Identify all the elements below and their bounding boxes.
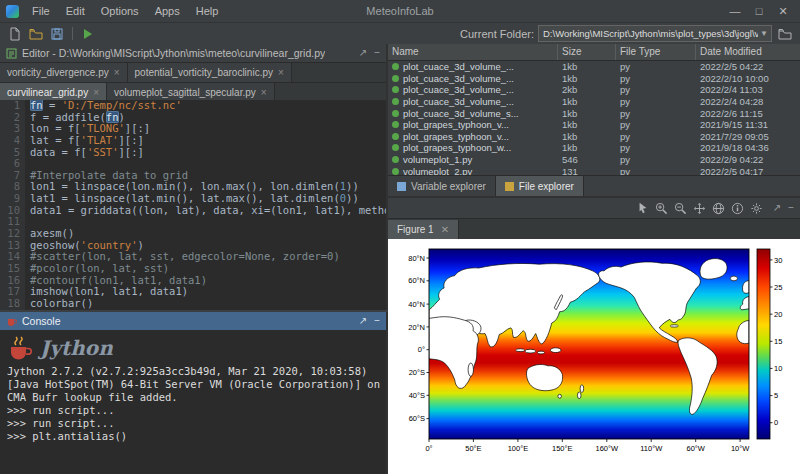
file-type: py — [616, 61, 696, 72]
open-file-icon[interactable] — [27, 25, 45, 43]
svg-text:0°: 0° — [425, 444, 432, 453]
world-sst-map — [429, 249, 749, 439]
figures-panel: ↗ − Figure 1 ✕ — [388, 196, 800, 474]
close-tab-icon[interactable]: × — [114, 67, 120, 78]
console-output[interactable]: Jython Jython 2.7.2 (v2.7.2:925a3cc3b49d… — [0, 330, 386, 474]
maximize-window-icon[interactable]: □ — [748, 0, 770, 22]
close-tab-icon[interactable]: × — [261, 87, 267, 98]
column-header-file-type[interactable]: File Type — [616, 44, 696, 60]
file-size: 2kb — [558, 84, 616, 95]
line-number: 7 — [0, 170, 25, 182]
identify-info-icon[interactable] — [731, 202, 744, 215]
menu-edit[interactable]: Edit — [58, 0, 93, 22]
file-size: 1kb — [558, 108, 616, 119]
file-name: plot_cuace_3d_volume_... — [388, 73, 558, 84]
close-tab-icon[interactable]: × — [93, 87, 99, 98]
file-name: plot_grapes_typhoon_v... — [388, 131, 558, 142]
figure-tab[interactable]: Figure 1 ✕ — [388, 220, 459, 239]
file-row[interactable]: plot_cuace_3d_volume_...1kbpy2022/2/4 04… — [388, 96, 800, 108]
code-editor[interactable]: 1fn = 'D:/Temp/nc/sst.nc'2f = addfile(fn… — [0, 100, 386, 310]
console-panel: Console ↗ − Jython Jython 2.7.2 (v2.7.2:… — [0, 312, 388, 474]
float-panel-icon[interactable]: ↗ — [359, 48, 367, 58]
column-header-date-modified[interactable]: Date Modified — [696, 44, 800, 60]
file-date: 2022/2/6 11:15 — [696, 108, 800, 119]
svg-text:60°N: 60°N — [408, 276, 425, 285]
close-figure-icon[interactable]: ✕ — [441, 224, 449, 235]
code-line: 18colorbar() — [0, 298, 386, 310]
editor-panel-header: Editor - D:\Working\MIScript\Jython\mis\… — [0, 44, 386, 63]
new-file-icon[interactable] — [6, 25, 24, 43]
file-row[interactable]: volumeplot_1.py546py2022/2/9 04:22 — [388, 154, 800, 166]
minimize-panel-icon[interactable]: − — [374, 316, 380, 326]
chevron-down-icon[interactable]: ▼ — [760, 29, 768, 38]
python-file-icon — [392, 86, 399, 93]
editor-tab-row-1: vorticity_divergence.py×potential_vortic… — [0, 63, 386, 83]
console-panel-header: Console ↗ − — [0, 312, 386, 330]
figure-canvas[interactable]: 80°N60°N40°N20°N0°20°S40°S60°S0°50°E100°… — [388, 239, 800, 474]
tab-file-explorer[interactable]: File explorer — [496, 176, 584, 196]
minimize-panel-icon[interactable]: − — [788, 203, 794, 213]
svg-text:15: 15 — [774, 337, 782, 346]
folder-icon — [505, 182, 514, 191]
window-controls: — □ ✕ — [724, 0, 800, 22]
svg-text:5: 5 — [774, 391, 778, 400]
close-tab-icon[interactable]: × — [278, 67, 284, 78]
current-folder-combobox[interactable]: D:\Working\MIScript\Jython\mis\plot_type… — [538, 25, 772, 42]
file-type: py — [616, 131, 696, 142]
file-type: py — [616, 142, 696, 153]
file-name: plot_cuace_3d_volume_... — [388, 96, 558, 107]
tab-variable-explorer[interactable]: Variable explorer — [388, 176, 496, 196]
minimize-panel-icon[interactable]: − — [374, 48, 380, 58]
file-row[interactable]: plot_grapes_typhoon_v...1kbpy2021/7/29 0… — [388, 131, 800, 143]
pan-icon[interactable] — [693, 202, 706, 215]
file-type: py — [616, 154, 696, 165]
editor-tab[interactable]: vorticity_divergence.py× — [0, 63, 128, 82]
svg-text:20°N: 20°N — [408, 323, 425, 332]
zoom-in-icon[interactable] — [655, 202, 668, 215]
editor-tab[interactable]: potential_vorticity_baroclinic.py× — [128, 63, 292, 82]
jython-logo-text: Jython — [40, 336, 113, 360]
file-row[interactable]: plot_grapes_typhoon_v...1kbpy2021/9/15 1… — [388, 119, 800, 131]
file-date: 2021/9/18 04:36 — [696, 142, 800, 153]
close-window-icon[interactable]: ✕ — [772, 0, 794, 22]
file-name: plot_grapes_typhoon_w... — [388, 142, 558, 153]
code-line: 5data = f['SST'][:] — [0, 147, 386, 159]
file-date: 2021/9/15 11:31 — [696, 119, 800, 130]
menu-options[interactable]: Options — [93, 0, 147, 22]
menu-help[interactable]: Help — [188, 0, 227, 22]
file-name: plot_cuace_3d_volume_... — [388, 61, 558, 72]
minimize-window-icon[interactable]: — — [724, 0, 746, 22]
column-header-size[interactable]: Size — [558, 44, 616, 60]
select-cursor-icon[interactable] — [637, 202, 649, 214]
console-panel-title: Console — [22, 315, 61, 327]
float-panel-icon[interactable]: ↗ — [773, 203, 781, 213]
console-line: >>> run script... — [7, 404, 379, 417]
zoom-out-icon[interactable] — [674, 202, 687, 215]
settings-gear-icon[interactable] — [750, 202, 763, 215]
file-row[interactable]: plot_cuace_3d_volume_s...1kbpy2022/2/6 1… — [388, 107, 800, 119]
menu-apps[interactable]: Apps — [147, 0, 188, 22]
file-row[interactable]: plot_grapes_typhoon_w...1kbpy2021/9/18 0… — [388, 142, 800, 154]
file-row[interactable]: plot_cuace_3d_volume_...2kbpy2022/2/4 11… — [388, 84, 800, 96]
full-extent-globe-icon[interactable] — [712, 202, 725, 215]
menu-bar: FileEditOptionsAppsHelp MeteoInfoLab — □… — [0, 0, 800, 23]
svg-text:40°S: 40°S — [409, 391, 425, 400]
svg-text:20: 20 — [774, 310, 782, 319]
menu-file[interactable]: File — [24, 0, 58, 22]
jython-logo: Jython — [7, 335, 379, 361]
file-size: 1kb — [558, 73, 616, 84]
browse-folder-icon[interactable] — [776, 25, 794, 43]
column-header-name[interactable]: Name — [388, 44, 558, 60]
file-name: plot_cuace_3d_volume_s... — [388, 108, 558, 119]
save-icon[interactable] — [48, 25, 66, 43]
svg-text:100°E: 100°E — [508, 444, 529, 453]
current-folder-value: D:\Working\MIScript\Jython\mis\plot_type… — [543, 28, 758, 39]
python-file-icon — [392, 98, 399, 105]
jython-cup-icon — [6, 316, 17, 327]
python-file-icon — [392, 75, 399, 82]
file-row[interactable]: plot_cuace_3d_volume_...1kbpy2022/2/10 1… — [388, 73, 800, 85]
float-panel-icon[interactable]: ↗ — [359, 316, 367, 326]
run-script-icon[interactable] — [79, 25, 97, 43]
console-line: >>> run script... — [7, 417, 379, 430]
file-row[interactable]: plot_cuace_3d_volume_...1kbpy2022/2/5 04… — [388, 61, 800, 73]
